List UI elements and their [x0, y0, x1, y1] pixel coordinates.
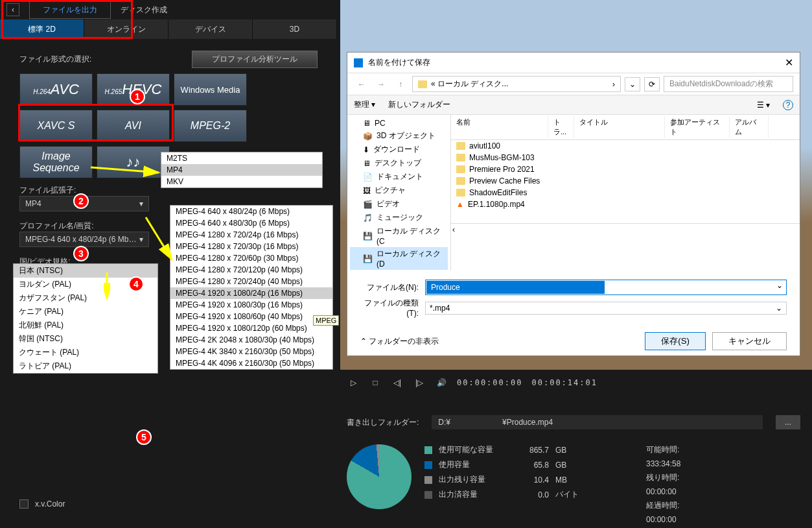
format-h264-avc[interactable]: H.264AVC: [19, 73, 93, 106]
profile-option[interactable]: MPEG-4 1280 x 720/60p (30 Mbps): [170, 252, 332, 264]
xvcolor-checkbox[interactable]: [19, 499, 29, 509]
new-folder-button[interactable]: 新しいフォルダー: [388, 99, 450, 110]
organize-menu[interactable]: 整理 ▾: [354, 99, 375, 110]
profile-analysis-button[interactable]: プロファイル分析ツール: [192, 51, 318, 68]
profile-option[interactable]: MPEG-4 640 x 480/24p (6 Mbps): [170, 206, 332, 217]
profile-option[interactable]: MPEG-4 4K 3840 x 2160/30p (50 Mbps): [170, 346, 332, 357]
output-path-field[interactable]: D:¥ ¥Produce.mp4: [432, 415, 763, 429]
col-album[interactable]: アルバム: [730, 116, 769, 138]
tree-item[interactable]: 🖼ピクチャ: [350, 184, 448, 197]
scroll-left-icon[interactable]: ‹: [452, 225, 455, 234]
filename-dropdown-icon[interactable]: ⌄: [774, 281, 785, 294]
nav-back-icon[interactable]: ←: [354, 77, 369, 92]
stop-icon[interactable]: □: [369, 376, 382, 389]
back-button[interactable]: ‹: [6, 3, 19, 16]
nav-dropdown-icon[interactable]: ⌄: [625, 77, 640, 91]
profile-option[interactable]: MPEG-4 1920 x 1080/60p (40 Mbps): [170, 311, 332, 322]
cancel-button[interactable]: キャンセル: [712, 332, 787, 350]
ext-option-m2ts[interactable]: M2TS: [161, 152, 322, 164]
folder-tree[interactable]: 🖥PC📦3D オブジェクト⬇ダウンロード🖥デスクトップ📄ドキュメント🖼ピクチャ🎬…: [347, 115, 451, 270]
folder-icon: [418, 80, 427, 88]
profile-option[interactable]: MPEG-4 1920 x 1080/120p (60 Mbps): [170, 322, 332, 334]
tree-item[interactable]: 🎵ミュージック: [350, 211, 448, 224]
country-option[interactable]: カザフスタン (PAL): [14, 291, 157, 305]
help-icon[interactable]: ?: [783, 100, 793, 110]
format-xavc-s[interactable]: XAVC S: [19, 110, 93, 142]
extension-listbox[interactable]: M2TS MP4 MKV: [161, 152, 323, 188]
profile-option[interactable]: MPEG-4 1280 x 720/240p (40 Mbps): [170, 276, 332, 287]
file-row[interactable]: ▲EP.1.1080p.mp4: [451, 198, 800, 210]
browse-button[interactable]: ...: [776, 415, 800, 429]
filetype-dropdown[interactable]: *.mp4⌄: [425, 302, 787, 315]
volume-icon[interactable]: 🔊: [435, 376, 448, 389]
ext-option-mp4[interactable]: MP4: [161, 164, 322, 176]
profile-option[interactable]: MPEG-4 4K 4096 x 2160/30p (50 Mbps): [170, 357, 332, 369]
file-list[interactable]: 名前 トラ... タイトル 参加アーティスト アルバム aviutl100Mus…: [451, 115, 800, 270]
search-input[interactable]: BaiduNetdiskDownloadの検索: [664, 76, 793, 92]
time-current: 00:00:00:00: [457, 378, 522, 387]
tree-item[interactable]: 🖥PC: [350, 117, 448, 129]
refresh-icon[interactable]: ⟳: [644, 77, 660, 91]
format-avi[interactable]: AVI: [97, 110, 170, 142]
hide-folders-link[interactable]: ⌃ フォルダーの非表示: [360, 336, 439, 347]
remaining-time-label: 残り時間:: [646, 473, 679, 482]
col-track[interactable]: トラ...: [548, 116, 574, 138]
tree-item[interactable]: 🎬ビデオ: [350, 197, 448, 211]
nav-forward-icon[interactable]: →: [373, 77, 389, 92]
profile-option[interactable]: MPEG-4 1920 x 1080/24p (16 Mbps): [170, 287, 332, 299]
country-option[interactable]: ラトビア (PAL): [14, 359, 157, 373]
tree-icon: ⬇: [363, 145, 369, 154]
prev-frame-icon[interactable]: ◁|: [391, 376, 404, 389]
tree-icon: 💾: [363, 232, 373, 241]
country-option[interactable]: ケニア (PAL): [14, 305, 157, 318]
close-icon[interactable]: ✕: [785, 56, 793, 69]
disc-create-link[interactable]: ディスク作成: [121, 5, 167, 16]
profile-option[interactable]: MPEG-4 1280 x 720/120p (40 Mbps): [170, 264, 332, 276]
format-mpeg2[interactable]: MPEG-2: [174, 110, 247, 142]
filename-input[interactable]: Produce: [426, 281, 605, 294]
format-windows-media[interactable]: Windows Media: [174, 73, 247, 106]
output-folder-label: 書き出しフォルダー:: [347, 417, 419, 428]
nav-up-icon[interactable]: ↑: [393, 77, 408, 92]
tab-standard-2d[interactable]: 標準 2D: [0, 19, 84, 39]
file-row[interactable]: Preview Cache Files: [451, 175, 800, 187]
country-option[interactable]: クウェート (PAL): [14, 346, 157, 359]
country-option[interactable]: 日本 (NTSC): [14, 264, 157, 278]
tab-online[interactable]: オンライン: [84, 19, 168, 39]
col-name[interactable]: 名前: [451, 116, 548, 138]
tab-device[interactable]: デバイス: [168, 19, 253, 39]
country-option[interactable]: 韓国 (NTSC): [14, 332, 157, 346]
profile-listbox[interactable]: MPEG-4 640 x 480/24p (6 Mbps)MPEG-4 640 …: [170, 205, 333, 370]
file-row[interactable]: aviutl100: [451, 140, 800, 152]
tree-item[interactable]: ⬇ダウンロード: [350, 143, 448, 156]
tree-item[interactable]: 📄ドキュメント: [350, 170, 448, 184]
tree-item[interactable]: 📦3D オブジェクト: [350, 129, 448, 143]
breadcrumb[interactable]: « ローカル ディスク... ›: [412, 76, 621, 92]
profile-option[interactable]: MPEG-4 640 x 480/30p (6 Mbps): [170, 217, 332, 229]
tree-item[interactable]: 💾ローカル ディスク (D: [350, 247, 448, 270]
ext-option-mkv[interactable]: MKV: [161, 176, 322, 187]
format-image-sequence[interactable]: ImageSequence: [19, 146, 93, 178]
col-title[interactable]: タイトル: [574, 116, 665, 138]
tree-item[interactable]: 💾ローカル ディスク (C: [350, 224, 448, 247]
save-button[interactable]: 保存(S): [645, 332, 706, 350]
profile-option[interactable]: MPEG-4 2K 2048 x 1080/30p (40 Mbps): [170, 334, 332, 346]
format-audio[interactable]: ♪♪: [97, 146, 170, 178]
col-artist[interactable]: 参加アーティスト: [665, 116, 730, 138]
annotation-1: 1: [130, 89, 145, 104]
tree-item[interactable]: 🖥デスクトップ: [350, 156, 448, 170]
profile-dropdown[interactable]: MPEG-4 640 x 480/24p (6 Mbps)▾: [19, 232, 149, 247]
next-frame-icon[interactable]: |▷: [413, 376, 426, 389]
view-mode-icon[interactable]: ☰ ▾: [757, 101, 770, 110]
tab-3d[interactable]: 3D: [253, 19, 337, 39]
profile-option[interactable]: MPEG-4 1280 x 720/30p (16 Mbps): [170, 241, 332, 252]
legend-row: 使用可能な容量865.7GB: [424, 444, 581, 455]
country-option[interactable]: 北朝鮮 (PAL): [14, 318, 157, 332]
play-icon[interactable]: ▷: [347, 376, 360, 389]
export-file-button[interactable]: ファイルを出力: [29, 1, 111, 19]
profile-option[interactable]: MPEG-4 1280 x 720/24p (16 Mbps): [170, 229, 332, 241]
file-row[interactable]: ShadowEditFiles: [451, 187, 800, 198]
profile-option[interactable]: MPEG-4 1920 x 1080/30p (16 Mbps): [170, 299, 332, 311]
file-row[interactable]: MusMus-BGM-103: [451, 152, 800, 163]
file-row[interactable]: Premiere Pro 2021: [451, 163, 800, 175]
